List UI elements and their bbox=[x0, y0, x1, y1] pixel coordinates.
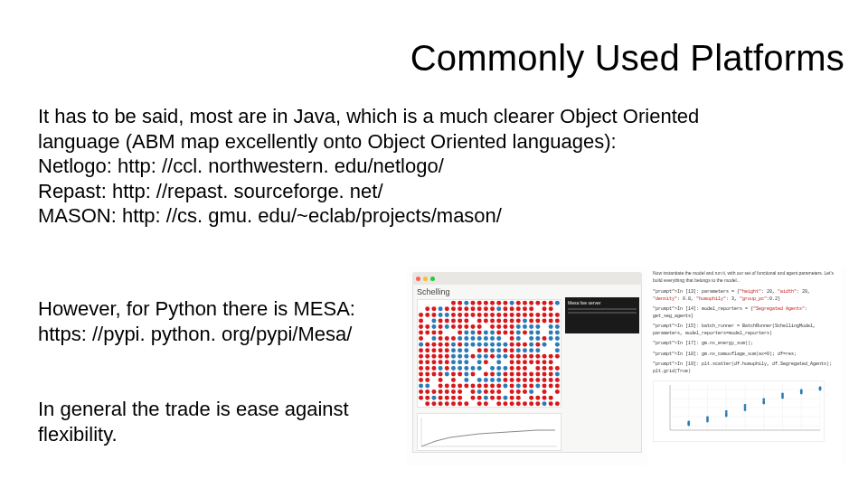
mock-window-body: Schelling Mesa live server bbox=[412, 285, 642, 453]
svg-point-25 bbox=[725, 410, 728, 413]
slide: Commonly Used Platforms It has to be sai… bbox=[0, 0, 868, 488]
slider-icon bbox=[568, 312, 637, 314]
notebook-cells: "prompt">In [13]: parameters = {"height"… bbox=[653, 289, 837, 375]
svg-point-28 bbox=[744, 404, 747, 407]
body-text-block: It has to be said, most are in Java, whi… bbox=[38, 104, 761, 229]
svg-point-24 bbox=[725, 413, 728, 416]
notebook-cell: "prompt">In [14]: model_reporters = {"Se… bbox=[653, 306, 837, 320]
repast-line: Repast: http: //repast. sourceforge. net… bbox=[38, 179, 761, 204]
mock-notebook: Now instantiate the model and run it, wi… bbox=[647, 267, 843, 465]
notebook-cell: "prompt">In [18]: gm.nx_camouflage_sum(a… bbox=[653, 352, 837, 359]
notebook-intro-text: Now instantiate the model and run it, wi… bbox=[653, 270, 837, 284]
svg-point-22 bbox=[706, 417, 709, 419]
mesa-screenshot: Schelling Mesa live server bbox=[407, 267, 846, 465]
svg-point-27 bbox=[744, 407, 747, 409]
mesa-paragraph-1: However, for Python there is MESA: bbox=[38, 296, 382, 322]
mesa-paragraph-2: https: //pypi. python. org/pypi/Mesa/ bbox=[38, 322, 382, 347]
notebook-cell: "prompt">In [17]: gm.nx_energy_sum(); bbox=[653, 341, 837, 348]
notebook-cell: "prompt">In [13]: parameters = {"height"… bbox=[653, 289, 837, 303]
notebook-cell: "prompt">In [19]: plt.scatter(df.homophi… bbox=[653, 361, 837, 375]
close-icon bbox=[416, 277, 420, 281]
control-panel: Mesa live server bbox=[565, 297, 639, 333]
schelling-grid-panel bbox=[417, 299, 561, 408]
intro-paragraph: It has to be said, most are in Java, whi… bbox=[38, 104, 761, 154]
mock-window-label: Schelling bbox=[417, 287, 637, 296]
schelling-grid-canvas bbox=[418, 300, 561, 407]
lower-left-block: However, for Python there is MESA: https… bbox=[38, 296, 382, 446]
netlogo-line: Netlogo: http: //ccl. northwestern. edu/… bbox=[38, 154, 761, 179]
mock-titlebar bbox=[412, 272, 642, 285]
svg-point-19 bbox=[687, 421, 690, 424]
mock-app-window: Schelling Mesa live server bbox=[412, 272, 642, 453]
slide-title: Commonly Used Platforms bbox=[0, 38, 868, 79]
line-chart-icon bbox=[418, 414, 561, 450]
notebook-cell: "prompt">In [15]: batch_runner = BatchRu… bbox=[653, 324, 837, 337]
control-panel-text: Mesa live server bbox=[568, 300, 600, 305]
mason-line: MASON: http: //cs. gmu. edu/~eclab/proje… bbox=[38, 203, 761, 229]
minimize-icon bbox=[423, 277, 428, 281]
svg-point-30 bbox=[762, 400, 765, 403]
svg-point-34 bbox=[781, 393, 784, 396]
maximize-icon bbox=[430, 277, 435, 281]
trade-paragraph: In general the trade is ease against fle… bbox=[38, 397, 382, 446]
svg-point-37 bbox=[800, 389, 803, 392]
notebook-scatter-chart bbox=[653, 380, 825, 442]
line-chart-panel bbox=[417, 413, 561, 451]
svg-point-40 bbox=[819, 387, 822, 389]
svg-point-26 bbox=[744, 408, 747, 411]
svg-point-31 bbox=[762, 399, 765, 401]
slider-icon bbox=[568, 308, 637, 310]
scatter-plot-icon bbox=[654, 381, 824, 441]
